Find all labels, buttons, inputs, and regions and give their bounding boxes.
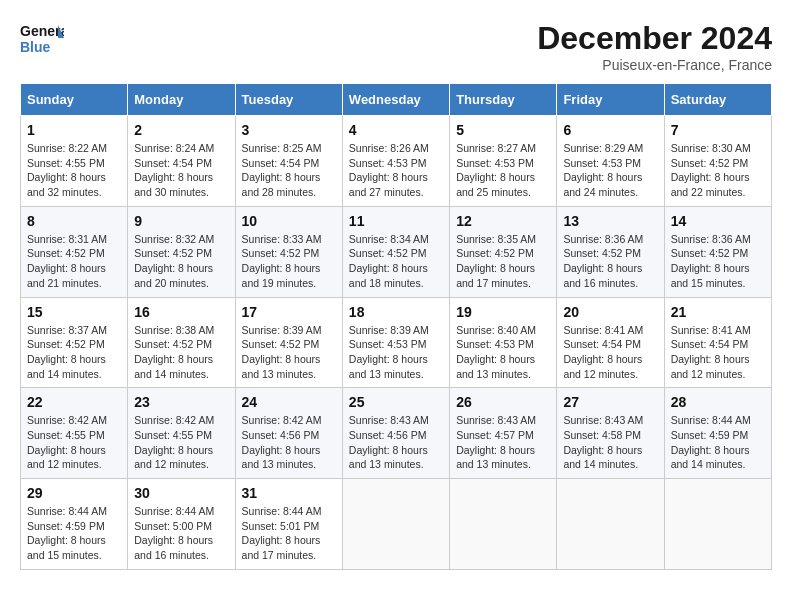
calendar-week-5: 29 Sunrise: 8:44 AM Sunset: 4:59 PM Dayl… (21, 479, 772, 570)
month-title: December 2024 (537, 20, 772, 57)
day-number: 24 (242, 394, 336, 410)
day-info: Sunrise: 8:36 AM Sunset: 4:52 PM Dayligh… (671, 232, 765, 291)
day-number: 28 (671, 394, 765, 410)
day-number: 3 (242, 122, 336, 138)
day-number: 14 (671, 213, 765, 229)
day-number: 25 (349, 394, 443, 410)
day-info: Sunrise: 8:38 AM Sunset: 4:52 PM Dayligh… (134, 323, 228, 382)
calendar-cell: 17 Sunrise: 8:39 AM Sunset: 4:52 PM Dayl… (235, 297, 342, 388)
svg-text:General: General (20, 23, 64, 39)
day-info: Sunrise: 8:43 AM Sunset: 4:57 PM Dayligh… (456, 413, 550, 472)
day-info: Sunrise: 8:39 AM Sunset: 4:52 PM Dayligh… (242, 323, 336, 382)
day-info: Sunrise: 8:41 AM Sunset: 4:54 PM Dayligh… (563, 323, 657, 382)
day-number: 22 (27, 394, 121, 410)
day-number: 21 (671, 304, 765, 320)
calendar-cell: 19 Sunrise: 8:40 AM Sunset: 4:53 PM Dayl… (450, 297, 557, 388)
day-number: 19 (456, 304, 550, 320)
day-number: 26 (456, 394, 550, 410)
day-info: Sunrise: 8:31 AM Sunset: 4:52 PM Dayligh… (27, 232, 121, 291)
day-number: 2 (134, 122, 228, 138)
logo-svg: General Blue (20, 20, 64, 60)
calendar-cell: 16 Sunrise: 8:38 AM Sunset: 4:52 PM Dayl… (128, 297, 235, 388)
day-number: 23 (134, 394, 228, 410)
calendar-cell: 29 Sunrise: 8:44 AM Sunset: 4:59 PM Dayl… (21, 479, 128, 570)
day-info: Sunrise: 8:22 AM Sunset: 4:55 PM Dayligh… (27, 141, 121, 200)
calendar-cell: 23 Sunrise: 8:42 AM Sunset: 4:55 PM Dayl… (128, 388, 235, 479)
calendar-cell (664, 479, 771, 570)
header-saturday: Saturday (664, 84, 771, 116)
logo: General Blue (20, 20, 64, 60)
day-number: 6 (563, 122, 657, 138)
calendar-table: Sunday Monday Tuesday Wednesday Thursday… (20, 83, 772, 570)
day-info: Sunrise: 8:30 AM Sunset: 4:52 PM Dayligh… (671, 141, 765, 200)
calendar-cell: 5 Sunrise: 8:27 AM Sunset: 4:53 PM Dayli… (450, 116, 557, 207)
calendar-cell: 8 Sunrise: 8:31 AM Sunset: 4:52 PM Dayli… (21, 206, 128, 297)
calendar-week-3: 15 Sunrise: 8:37 AM Sunset: 4:52 PM Dayl… (21, 297, 772, 388)
day-number: 4 (349, 122, 443, 138)
calendar-cell: 15 Sunrise: 8:37 AM Sunset: 4:52 PM Dayl… (21, 297, 128, 388)
day-info: Sunrise: 8:26 AM Sunset: 4:53 PM Dayligh… (349, 141, 443, 200)
day-number: 1 (27, 122, 121, 138)
day-number: 20 (563, 304, 657, 320)
day-info: Sunrise: 8:27 AM Sunset: 4:53 PM Dayligh… (456, 141, 550, 200)
calendar-cell: 9 Sunrise: 8:32 AM Sunset: 4:52 PM Dayli… (128, 206, 235, 297)
day-number: 29 (27, 485, 121, 501)
calendar-cell: 12 Sunrise: 8:35 AM Sunset: 4:52 PM Dayl… (450, 206, 557, 297)
location-title: Puiseux-en-France, France (537, 57, 772, 73)
day-info: Sunrise: 8:43 AM Sunset: 4:58 PM Dayligh… (563, 413, 657, 472)
calendar-cell (557, 479, 664, 570)
calendar-cell: 18 Sunrise: 8:39 AM Sunset: 4:53 PM Dayl… (342, 297, 449, 388)
header-thursday: Thursday (450, 84, 557, 116)
calendar-cell: 6 Sunrise: 8:29 AM Sunset: 4:53 PM Dayli… (557, 116, 664, 207)
calendar-header-row: Sunday Monday Tuesday Wednesday Thursday… (21, 84, 772, 116)
calendar-cell: 27 Sunrise: 8:43 AM Sunset: 4:58 PM Dayl… (557, 388, 664, 479)
day-info: Sunrise: 8:25 AM Sunset: 4:54 PM Dayligh… (242, 141, 336, 200)
calendar-cell: 2 Sunrise: 8:24 AM Sunset: 4:54 PM Dayli… (128, 116, 235, 207)
svg-text:Blue: Blue (20, 39, 51, 55)
day-number: 31 (242, 485, 336, 501)
calendar-cell: 25 Sunrise: 8:43 AM Sunset: 4:56 PM Dayl… (342, 388, 449, 479)
day-number: 12 (456, 213, 550, 229)
calendar-cell (342, 479, 449, 570)
calendar-cell: 3 Sunrise: 8:25 AM Sunset: 4:54 PM Dayli… (235, 116, 342, 207)
day-info: Sunrise: 8:35 AM Sunset: 4:52 PM Dayligh… (456, 232, 550, 291)
day-number: 18 (349, 304, 443, 320)
calendar-week-2: 8 Sunrise: 8:31 AM Sunset: 4:52 PM Dayli… (21, 206, 772, 297)
calendar-cell: 21 Sunrise: 8:41 AM Sunset: 4:54 PM Dayl… (664, 297, 771, 388)
calendar-cell: 24 Sunrise: 8:42 AM Sunset: 4:56 PM Dayl… (235, 388, 342, 479)
day-info: Sunrise: 8:44 AM Sunset: 5:01 PM Dayligh… (242, 504, 336, 563)
day-number: 10 (242, 213, 336, 229)
calendar-cell: 20 Sunrise: 8:41 AM Sunset: 4:54 PM Dayl… (557, 297, 664, 388)
calendar-cell: 7 Sunrise: 8:30 AM Sunset: 4:52 PM Dayli… (664, 116, 771, 207)
day-info: Sunrise: 8:44 AM Sunset: 4:59 PM Dayligh… (671, 413, 765, 472)
day-info: Sunrise: 8:42 AM Sunset: 4:55 PM Dayligh… (27, 413, 121, 472)
day-info: Sunrise: 8:32 AM Sunset: 4:52 PM Dayligh… (134, 232, 228, 291)
day-number: 9 (134, 213, 228, 229)
day-info: Sunrise: 8:39 AM Sunset: 4:53 PM Dayligh… (349, 323, 443, 382)
header-tuesday: Tuesday (235, 84, 342, 116)
header-wednesday: Wednesday (342, 84, 449, 116)
day-number: 27 (563, 394, 657, 410)
day-info: Sunrise: 8:42 AM Sunset: 4:55 PM Dayligh… (134, 413, 228, 472)
header: General Blue December 2024 Puiseux-en-Fr… (20, 20, 772, 73)
day-info: Sunrise: 8:33 AM Sunset: 4:52 PM Dayligh… (242, 232, 336, 291)
day-number: 5 (456, 122, 550, 138)
calendar-cell: 22 Sunrise: 8:42 AM Sunset: 4:55 PM Dayl… (21, 388, 128, 479)
day-info: Sunrise: 8:44 AM Sunset: 5:00 PM Dayligh… (134, 504, 228, 563)
day-number: 7 (671, 122, 765, 138)
day-number: 30 (134, 485, 228, 501)
calendar-week-4: 22 Sunrise: 8:42 AM Sunset: 4:55 PM Dayl… (21, 388, 772, 479)
calendar-cell: 1 Sunrise: 8:22 AM Sunset: 4:55 PM Dayli… (21, 116, 128, 207)
day-info: Sunrise: 8:36 AM Sunset: 4:52 PM Dayligh… (563, 232, 657, 291)
calendar-cell: 14 Sunrise: 8:36 AM Sunset: 4:52 PM Dayl… (664, 206, 771, 297)
day-info: Sunrise: 8:43 AM Sunset: 4:56 PM Dayligh… (349, 413, 443, 472)
day-info: Sunrise: 8:37 AM Sunset: 4:52 PM Dayligh… (27, 323, 121, 382)
day-number: 11 (349, 213, 443, 229)
day-info: Sunrise: 8:41 AM Sunset: 4:54 PM Dayligh… (671, 323, 765, 382)
day-number: 15 (27, 304, 121, 320)
day-info: Sunrise: 8:34 AM Sunset: 4:52 PM Dayligh… (349, 232, 443, 291)
day-number: 16 (134, 304, 228, 320)
day-number: 17 (242, 304, 336, 320)
calendar-cell (450, 479, 557, 570)
day-number: 8 (27, 213, 121, 229)
